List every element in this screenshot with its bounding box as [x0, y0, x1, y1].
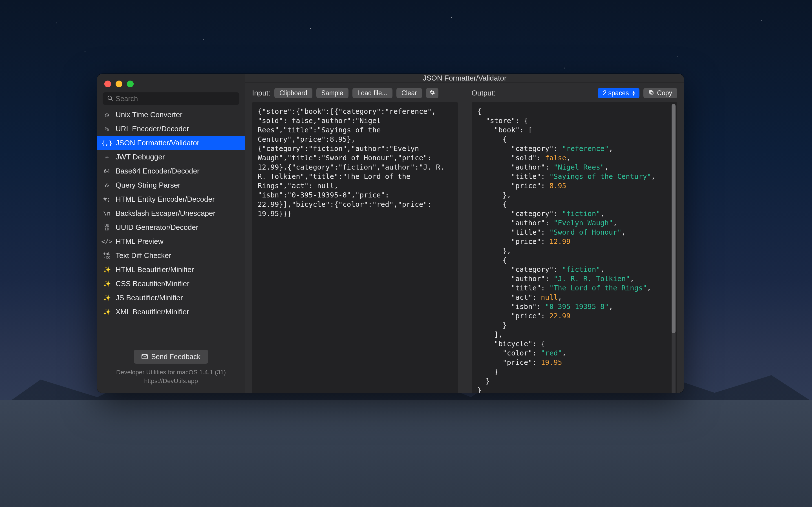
- output-scrollbar[interactable]: [672, 104, 675, 393]
- percent-icon: %: [103, 125, 111, 132]
- output-label: Output:: [472, 89, 496, 98]
- input-pane: Input: Clipboard Sample Load file... Cle…: [245, 83, 465, 393]
- wand-icon: ✨: [103, 280, 111, 287]
- sidebar-item-base64-encoder-decoder[interactable]: 64Base64 Encoder/Decoder: [97, 164, 245, 178]
- input-textarea[interactable]: {"store":{"book":[{"category":"reference…: [252, 102, 458, 393]
- sidebar-item-json-formatter-validator[interactable]: {,}JSON Formatter/Validator: [97, 136, 245, 150]
- sidebar-item-xml-beautifier-minifier[interactable]: ✨XML Beautifier/Minifier: [97, 305, 245, 319]
- code-icon: </>: [103, 238, 111, 245]
- sidebar-item-label: XML Beautifier/Minifier: [116, 307, 189, 316]
- sidebar-item-label: CSS Beautifier/Minifier: [116, 279, 190, 288]
- load-file-button[interactable]: Load file...: [352, 88, 393, 98]
- sidebar-item-label: JS Beautifier/Minifier: [116, 293, 183, 302]
- app-meta-line2: https://DevUtils.app: [103, 377, 239, 386]
- zoom-window-button[interactable]: [127, 80, 134, 87]
- wand-icon: ✨: [103, 294, 111, 301]
- svg-rect-4: [650, 91, 652, 93]
- jwt-icon: ✳: [103, 154, 111, 161]
- main-area: JSON Formatter/Validator Input: Clipboar…: [245, 74, 684, 393]
- sidebar-item-jwt-debugger[interactable]: ✳JWT Debugger: [97, 150, 245, 164]
- send-feedback-label: Send Feedback: [151, 353, 200, 361]
- sidebar-item-css-beautifier-minifier[interactable]: ✨CSS Beautifier/Minifier: [97, 277, 245, 291]
- window-controls: [97, 74, 245, 87]
- uuid-icon: UU ID: [103, 224, 111, 231]
- tool-list: ◷Unix Time Converter%URL Encoder/Decoder…: [97, 108, 245, 344]
- b64-icon: 64: [103, 168, 111, 174]
- sidebar-item-label: HTML Preview: [116, 237, 163, 246]
- sidebar-item-label: JWT Debugger: [116, 153, 165, 161]
- clipboard-button[interactable]: Clipboard: [274, 88, 312, 98]
- wand-icon: ✨: [103, 308, 111, 316]
- diff-icon: +ab -cd: [103, 252, 111, 259]
- sidebar-item-query-string-parser[interactable]: &Query String Parser: [97, 178, 245, 192]
- send-feedback-button[interactable]: Send Feedback: [134, 350, 208, 363]
- copy-label: Copy: [657, 89, 672, 97]
- sidebar-item-label: Base64 Encoder/Decoder: [116, 167, 200, 175]
- sidebar-item-unix-time-converter[interactable]: ◷Unix Time Converter: [97, 108, 245, 122]
- sidebar-item-backslash-escaper-unescaper[interactable]: \nBackslash Escaper/Unescaper: [97, 206, 245, 220]
- indent-select[interactable]: 2 spaces ▲▼: [598, 88, 640, 98]
- sidebar-item-label: Backslash Escaper/Unescaper: [116, 209, 215, 218]
- sidebar-item-label: HTML Beautifier/Minifier: [116, 265, 194, 274]
- bsn-icon: \n: [103, 210, 111, 217]
- sidebar-item-js-beautifier-minifier[interactable]: ✨JS Beautifier/Minifier: [97, 291, 245, 305]
- sidebar-item-label: Query String Parser: [116, 181, 181, 189]
- sidebar-item-label: JSON Formatter/Validator: [116, 138, 199, 147]
- input-label: Input:: [252, 89, 270, 98]
- clock-icon: ◷: [103, 111, 111, 118]
- sidebar-item-label: HTML Entity Encoder/Decoder: [116, 195, 215, 204]
- sidebar-item-label: URL Encoder/Decoder: [116, 124, 189, 133]
- output-pane: Output: 2 spaces ▲▼ Copy { "store": { "b…: [465, 83, 684, 393]
- sidebar-item-url-encoder-decoder[interactable]: %URL Encoder/Decoder: [97, 122, 245, 136]
- app-meta-line1: Developer Utilities for macOS 1.4.1 (31): [103, 368, 239, 377]
- copy-button[interactable]: Copy: [644, 88, 677, 98]
- settings-button[interactable]: [426, 88, 439, 98]
- amp-icon: &: [103, 182, 111, 189]
- gear-icon: [429, 89, 435, 97]
- app-meta: Developer Utilities for macOS 1.4.1 (31)…: [103, 368, 239, 386]
- minimize-window-button[interactable]: [116, 80, 122, 87]
- sidebar-item-html-beautifier-minifier[interactable]: ✨HTML Beautifier/Minifier: [97, 263, 245, 277]
- sidebar: ◷Unix Time Converter%URL Encoder/Decoder…: [97, 74, 245, 393]
- indent-select-value: 2 spaces: [603, 89, 629, 97]
- app-window: ◷Unix Time Converter%URL Encoder/Decoder…: [97, 74, 684, 393]
- sidebar-item-uuid-generator-decoder[interactable]: UU IDUUID Generator/Decoder: [97, 220, 245, 234]
- braces-icon: {,}: [103, 139, 111, 147]
- window-title: JSON Formatter/Validator: [245, 74, 684, 83]
- sidebar-item-label: UUID Generator/Decoder: [116, 223, 198, 232]
- copy-icon: [649, 89, 654, 97]
- sidebar-item-text-diff-checker[interactable]: +ab -cdText Diff Checker: [97, 248, 245, 263]
- wand-icon: ✨: [103, 266, 111, 273]
- hash-icon: #;: [103, 196, 111, 203]
- output-view[interactable]: { "store": { "book": [ { "category": "re…: [472, 102, 677, 393]
- chevron-updown-icon: ▲▼: [631, 91, 636, 96]
- sidebar-item-html-entity-encoder-decoder[interactable]: #;HTML Entity Encoder/Decoder: [97, 192, 245, 206]
- sample-button[interactable]: Sample: [316, 88, 349, 98]
- svg-point-0: [108, 96, 112, 100]
- svg-line-1: [111, 99, 112, 101]
- mail-icon: [142, 353, 148, 361]
- search-icon: [107, 95, 113, 103]
- svg-rect-3: [651, 92, 653, 94]
- close-window-button[interactable]: [104, 80, 111, 87]
- sidebar-item-html-preview[interactable]: </>HTML Preview: [97, 234, 245, 248]
- clear-button[interactable]: Clear: [396, 88, 422, 98]
- search-input[interactable]: [103, 93, 239, 105]
- sidebar-item-label: Unix Time Converter: [116, 110, 183, 119]
- sidebar-item-label: Text Diff Checker: [116, 251, 171, 260]
